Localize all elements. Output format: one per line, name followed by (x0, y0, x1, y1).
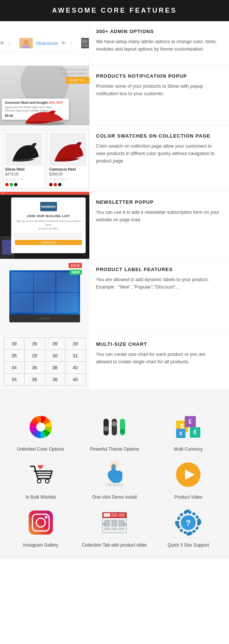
instagram-label: Instagram Gallery (23, 542, 58, 548)
svg-rect-53 (118, 520, 124, 527)
svg-rect-50 (118, 513, 125, 517)
admin-options-text: 300+ ADMIN OPTIONS We have setup many ad… (89, 21, 229, 65)
feature-product-label: SALE NEW PRODUCT LABEL FEATURES You are … (0, 259, 229, 334)
svg-rect-55 (111, 528, 117, 530)
newsletter-image: CL... NEWEEK JOIN OUR MAILING LIST Sign … (0, 192, 89, 259)
table-cell: 28 (24, 350, 45, 362)
notification-desc: Promote some of your products to Show wi… (96, 83, 222, 97)
svg-text:?: ? (186, 518, 191, 528)
slideshow-icons-2: 👁 ⋮ (61, 40, 74, 46)
page-header: AWESOME CORE FEATURES (0, 0, 229, 21)
newsletter-email-field[interactable] (15, 233, 82, 238)
admin-options-desc: We have setup many admin options to chan… (96, 38, 222, 53)
slideshow-label-2: Slideshow (36, 41, 58, 46)
table-row: 34363840 (4, 362, 86, 374)
product-label-title: PRODUCT LABEL FEATURES (96, 267, 222, 272)
slideshow-item-2: Slideshow 👁 ⋮ (16, 35, 77, 52)
product-label-image: SALE NEW (0, 259, 89, 334)
newsletter-logo: NEWEEK (40, 202, 57, 211)
product-video-label: Product Video (174, 494, 202, 500)
swatches-desc: Color swatch on collection page allow yo… (96, 142, 222, 165)
table-cell: 39 (24, 338, 45, 350)
icon-demo-install: One-click Demo Install (81, 460, 147, 500)
icon-instagram: Instagram Gallery (7, 508, 74, 548)
icons-section: Unlimited Color Options (0, 401, 229, 559)
eye-icon-2[interactable]: 👁 (61, 40, 66, 46)
laptop-base (9, 315, 80, 322)
feature-swatches: Glove Heel $478.00 ★★★★★ (0, 126, 229, 192)
swatch-price-1: $478.00 (5, 172, 42, 176)
table-row: 26283031 (4, 350, 86, 362)
icon-color-options: Unlimited Color Options (7, 412, 74, 453)
multi-currency-label: Multi Currency (174, 446, 203, 453)
svg-point-15 (104, 426, 109, 431)
feature-admin-options: Slideshow 👁 ⋮ Slideshow 👁 ⋮ (0, 21, 229, 66)
table-cell: 38 (45, 374, 65, 386)
newsletter-topbar: CL... (0, 192, 89, 195)
svg-point-44 (45, 516, 47, 519)
notification-container: tincidunt risus ac, consesuscipit tortor… (0, 66, 89, 125)
svg-point-1 (23, 40, 29, 45)
newsletter-desc: You can use it to add a newsletter subsc… (96, 209, 222, 223)
slideshow-icons-1: 👁 ⋮ (0, 40, 12, 46)
icon-theme-options: Powerful Theme Options (81, 412, 147, 453)
drag-icon[interactable]: ⋮ (7, 40, 12, 46)
instagram-icon (26, 508, 55, 538)
svg-rect-11 (112, 419, 117, 435)
dot-red2 (54, 183, 57, 186)
table-cell: 36 (24, 374, 45, 386)
eye-icon[interactable]: 👁 (0, 40, 4, 46)
stars-1: ★★★★★ (5, 177, 42, 182)
svg-point-8 (36, 422, 45, 431)
table-cell: 26 (4, 350, 25, 362)
header-title: AWESOME CORE FEATURES (52, 7, 177, 14)
slideshow-thumb-3 (81, 38, 89, 48)
swatches-text: COLOR SWATCHES ON COLLECTION PAGE Color … (89, 126, 229, 191)
svg-rect-49 (111, 513, 118, 517)
sale-badge: SALE (69, 263, 82, 268)
dot-black2 (58, 183, 61, 186)
size-chart-table: 39393939262830313436384034363840 (4, 338, 86, 386)
notification-text: PRODUCTS NOTIFICATION POPUP Promote some… (89, 66, 229, 125)
table-cell: 39 (65, 338, 86, 350)
video-play-icon (174, 460, 203, 490)
svg-rect-6 (82, 44, 89, 47)
slideshow-thumb-2 (19, 38, 33, 48)
dot-red (5, 183, 9, 186)
table-row: 39393939 (4, 338, 86, 350)
color-dots-2 (49, 183, 86, 186)
drag-icon-2[interactable]: ⋮ (69, 40, 74, 46)
notification-title: PRODUCTS NOTIFICATION POPUP (96, 73, 222, 79)
wishlist-label: In Built Wishlist (25, 494, 55, 500)
size-chart-title: MULTI-SIZE CHART (96, 341, 222, 347)
dot-darkred (49, 183, 53, 186)
newsletter-subtext: Sign up for our newsletter and be the fi… (15, 219, 82, 230)
icon-collection-tab: Collection Tab with product slider (81, 508, 147, 548)
admin-options-title: 300+ ADMIN OPTIONS (96, 29, 222, 34)
svg-rect-4 (82, 39, 88, 43)
color-dots-1 (5, 183, 42, 186)
svg-rect-51 (104, 520, 110, 527)
slideshow-item-1: Slideshow 👁 ⋮ (0, 35, 16, 52)
icon-wishlist: In Built Wishlist (7, 460, 74, 500)
size-chart-image: 39393939262830313436384034363840 (0, 334, 89, 389)
svg-text:€: € (194, 429, 197, 435)
icon-quick-support: ? Quick 5 Star Support (155, 508, 222, 548)
svg-point-17 (120, 429, 125, 434)
svg-rect-37 (113, 484, 116, 485)
product-label-text: PRODUCT LABEL FEATURES You are allowed t… (89, 259, 229, 334)
svg-point-29 (45, 479, 49, 483)
newsletter-subscribe-btn[interactable]: SUBSCRIBE (15, 240, 82, 245)
popup-title: Someone liked and bought 40% OFF (5, 101, 66, 104)
table-cell: 39 (45, 338, 65, 350)
new-badge: NEW (70, 270, 82, 275)
size-chart-desc: You can create size chart for each produ… (96, 351, 222, 366)
icon-product-video: Product Video (155, 460, 222, 500)
swatch-card-1: Glove Heel $478.00 ★★★★★ (3, 130, 45, 189)
shop-button[interactable]: SHOP TH... (66, 77, 89, 84)
color-options-label: Unlimited Color Options (17, 446, 64, 453)
demo-install-label: One-click Demo Install (92, 494, 137, 500)
slideshow-panel: Slideshow 👁 ⋮ Slideshow 👁 ⋮ (0, 21, 89, 65)
stars-2: ★★★★★ (49, 177, 86, 182)
support-icon: ? (174, 508, 203, 538)
